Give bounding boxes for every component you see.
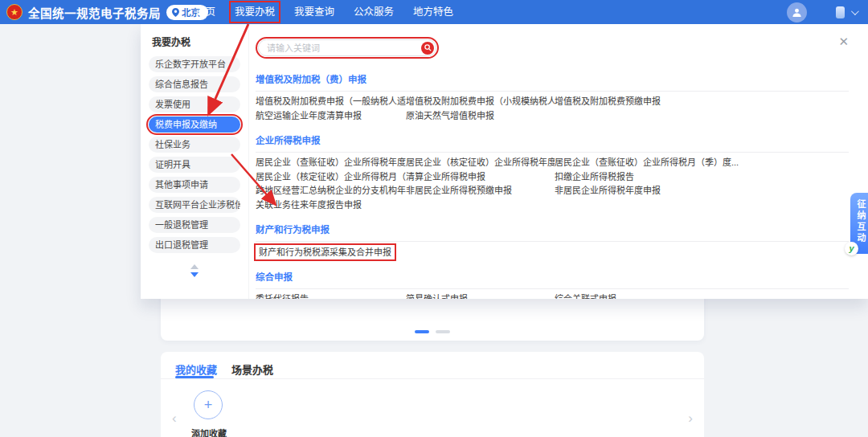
sidebar-item[interactable]: 一般退税管理 bbox=[149, 217, 240, 233]
avatar[interactable] bbox=[787, 2, 807, 22]
sidebar-item[interactable]: 其他事项申请 bbox=[149, 177, 240, 193]
menu-item[interactable]: 非居民企业所得税年度申报 bbox=[555, 184, 849, 198]
header-right bbox=[787, 0, 857, 24]
section-title: 增值税及附加税（费）申报 bbox=[256, 72, 849, 85]
nav-item-我要查询[interactable]: 我要查询 bbox=[294, 2, 334, 22]
favorites-card: 我的收藏场景办税 ‹ + 添加收藏 › bbox=[161, 352, 704, 437]
favorites-tabs: 我的收藏场景办税 bbox=[161, 352, 704, 379]
chevron-right-icon[interactable]: › bbox=[688, 411, 693, 425]
main-nav: 首页我要办税我要查询公众服务地方特色 bbox=[195, 0, 453, 24]
menu-item[interactable]: 居民企业（核定征收）企业所得税月（季）度... bbox=[256, 170, 406, 185]
section-grid: 委托代征报告简易确认式申报综合关联式申报对外支付综合办税（国际汇税通）批量零申报… bbox=[256, 292, 849, 299]
favorites-body: ‹ + 添加收藏 › bbox=[161, 379, 704, 437]
menu-item[interactable]: 原油天然气增值税申报 bbox=[406, 109, 555, 124]
section-grid: 增值税及附加税费申报（一般纳税人适用）增值税及附加税费申报（小规模纳税人）增值税… bbox=[256, 95, 849, 123]
menu-item[interactable]: 关联业务往来年度报告申报 bbox=[256, 198, 406, 213]
menu-item[interactable]: 增值税及附加税费申报（小规模纳税人） bbox=[406, 95, 555, 109]
menu-section: 企业所得税申报居民企业（查账征收）企业所得税年度申报居民企业（核定征收）企业所得… bbox=[256, 133, 849, 212]
user-icon bbox=[792, 7, 802, 18]
add-favorite-label: 添加收藏 bbox=[191, 427, 225, 437]
menu-item[interactable]: 增值税及附加税费申报（一般纳税人适用） bbox=[256, 95, 406, 109]
menu-item[interactable]: 财产和行为税税源采集及合并申报 bbox=[256, 245, 395, 259]
sidebar-item[interactable]: 乐企数字开放平台 bbox=[149, 56, 240, 72]
tab-场景办税[interactable]: 场景办税 bbox=[231, 361, 273, 378]
location-pin-icon bbox=[172, 8, 179, 17]
interaction-widget[interactable]: 征纳互动 y bbox=[850, 193, 868, 254]
section-title: 企业所得税申报 bbox=[256, 133, 849, 146]
plus-icon[interactable]: + bbox=[194, 390, 223, 419]
brand: ★ 全国统一规范电子税务局 北京 bbox=[6, 0, 208, 24]
section-title: 财产和行为税申报 bbox=[256, 223, 849, 235]
menu-item[interactable]: 非居民企业所得税预缴申报 bbox=[406, 184, 555, 198]
chevron-left-icon[interactable]: ‹ bbox=[172, 411, 177, 425]
menu-item[interactable]: 增值税及附加税费预缴申报 bbox=[555, 95, 849, 109]
carousel-dot[interactable] bbox=[436, 330, 450, 333]
nav-item-我要办税[interactable]: 我要办税 bbox=[229, 1, 280, 23]
badge-icon[interactable] bbox=[836, 6, 845, 18]
chat-icon: y bbox=[845, 242, 858, 255]
search-icon[interactable] bbox=[421, 42, 434, 55]
section-divider bbox=[256, 91, 849, 92]
section-grid: 居民企业（查账征收）企业所得税年度申报居民企业（核定征收）企业所得税年度申报居民… bbox=[256, 156, 849, 212]
carousel-dot[interactable] bbox=[415, 330, 429, 333]
menu-section: 增值税及附加税（费）申报增值税及附加税费申报（一般纳税人适用）增值税及附加税费申… bbox=[256, 72, 849, 123]
logo-emblem-icon: ★ bbox=[6, 4, 23, 20]
mega-menu-panel: 我要办税 乐企数字开放平台综合信息报告发票使用税费申报及缴纳社保业务证明开具其他… bbox=[141, 24, 868, 299]
menu-item[interactable]: 扣缴企业所得税报告 bbox=[555, 170, 849, 185]
search-input[interactable] bbox=[258, 39, 436, 56]
pager-down-icon[interactable] bbox=[190, 272, 199, 277]
menu-item[interactable]: 居民企业（核定征收）企业所得税年度申报 bbox=[406, 156, 555, 170]
menu-item[interactable]: 清算企业所得税申报 bbox=[406, 170, 555, 185]
section-title: 综合申报 bbox=[256, 270, 849, 283]
interaction-widget-label: 征纳互动 bbox=[854, 199, 867, 244]
nav-item-首页[interactable]: 首页 bbox=[195, 2, 215, 22]
close-icon[interactable]: ✕ bbox=[838, 35, 849, 47]
sidebar-item[interactable]: 证明开具 bbox=[149, 157, 240, 173]
nav-item-地方特色[interactable]: 地方特色 bbox=[413, 2, 453, 22]
section-divider bbox=[256, 241, 849, 242]
menu-item[interactable]: 跨地区经营汇总纳税企业的分支机构年度纳税... bbox=[256, 184, 406, 198]
mega-menu-sidebar: 我要办税 乐企数字开放平台综合信息报告发票使用税费申报及缴纳社保业务证明开具其他… bbox=[141, 24, 249, 299]
section-grid: 财产和行为税税源采集及合并申报 bbox=[256, 245, 849, 259]
sidebar-item[interactable]: 出口退税管理 bbox=[149, 237, 240, 253]
nav-item-公众服务[interactable]: 公众服务 bbox=[354, 2, 394, 22]
menu-section: 综合申报委托代征报告简易确认式申报综合关联式申报对外支付综合办税（国际汇税通）批… bbox=[256, 270, 849, 299]
pager-up-icon[interactable] bbox=[190, 264, 199, 269]
menu-item[interactable]: 委托代征报告 bbox=[256, 292, 406, 299]
screen: 我的收藏场景办税 ‹ + 添加收藏 › 我要办税 乐企数字开放平台综合信息报告发… bbox=[0, 0, 868, 437]
sidebar-item[interactable]: 互联网平台企业涉税信息报送 bbox=[149, 197, 240, 213]
menu-item[interactable]: 综合关联式申报 bbox=[555, 292, 849, 299]
sidebar-items: 乐企数字开放平台综合信息报告发票使用税费申报及缴纳社保业务证明开具其他事项申请互… bbox=[141, 56, 248, 253]
sidebar-item[interactable]: 社保业务 bbox=[149, 137, 240, 153]
top-header: ★ 全国统一规范电子税务局 北京 首页我要办税我要查询公众服务地方特色 bbox=[0, 0, 868, 24]
menu-item[interactable]: 航空运输企业年度清算申报 bbox=[256, 109, 406, 124]
menu-section: 财产和行为税申报财产和行为税税源采集及合并申报 bbox=[256, 223, 849, 259]
app-title: 全国统一规范电子税务局 bbox=[28, 4, 161, 21]
add-favorite-button[interactable]: + 添加收藏 bbox=[191, 390, 225, 437]
chevron-down-icon[interactable] bbox=[851, 7, 859, 15]
tab-我的收藏[interactable]: 我的收藏 bbox=[175, 361, 217, 378]
menu-item[interactable]: 居民企业（查账征收）企业所得税年度申报 bbox=[256, 156, 406, 170]
menu-item[interactable]: 简易确认式申报 bbox=[406, 292, 555, 299]
menu-item[interactable]: 居民企业（查账征收）企业所得税月（季）度... bbox=[555, 156, 849, 170]
sidebar-title: 我要办税 bbox=[152, 35, 248, 48]
sidebar-item[interactable]: 综合信息报告 bbox=[149, 76, 240, 92]
section-divider bbox=[256, 288, 849, 289]
mega-menu-content: ✕ 增值税及附加税（费）申报增值税及附加税费申报（一般纳税人适用）增值税及附加税… bbox=[249, 24, 868, 299]
sidebar-item[interactable]: 税费申报及缴纳 bbox=[149, 116, 240, 133]
carousel-dots bbox=[161, 330, 704, 333]
section-divider bbox=[256, 152, 849, 153]
search-annotation-ring bbox=[256, 37, 439, 59]
menu-sections: 增值税及附加税（费）申报增值税及附加税费申报（一般纳税人适用）增值税及附加税费申… bbox=[256, 72, 849, 299]
sidebar-pager bbox=[141, 264, 248, 277]
sidebar-item[interactable]: 发票使用 bbox=[149, 96, 240, 112]
